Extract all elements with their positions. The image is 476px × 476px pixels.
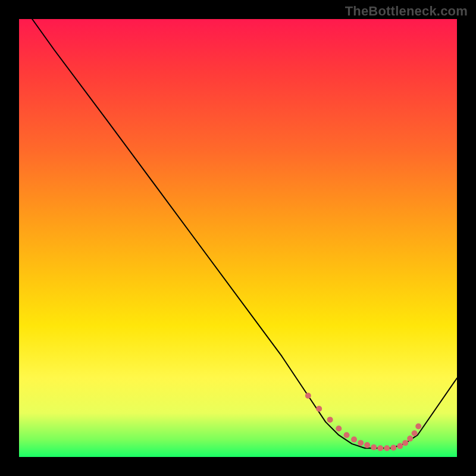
curve-marker — [316, 406, 322, 412]
curve-marker — [336, 425, 342, 431]
curve-marker — [351, 437, 357, 443]
curve-marker — [384, 445, 390, 451]
curve-marker — [412, 430, 418, 436]
curve-marker — [371, 444, 377, 450]
curve-marker — [390, 445, 396, 451]
chart-plot-area — [19, 19, 457, 457]
bottleneck-curve — [32, 19, 457, 448]
curve-marker — [407, 436, 413, 441]
curve-marker — [377, 445, 383, 451]
curve-marker — [358, 440, 364, 446]
watermark-text: TheBottleneck.com — [345, 4, 468, 19]
curve-marker — [402, 440, 408, 446]
curve-markers — [305, 393, 421, 451]
curve-marker — [397, 443, 403, 449]
curve-marker — [305, 393, 311, 399]
chart-svg — [19, 19, 457, 457]
curve-marker — [415, 424, 421, 430]
curve-marker — [364, 442, 370, 448]
chart-stage: TheBottleneck.com — [0, 0, 476, 476]
curve-marker — [327, 416, 333, 422]
curve-marker — [344, 432, 350, 438]
